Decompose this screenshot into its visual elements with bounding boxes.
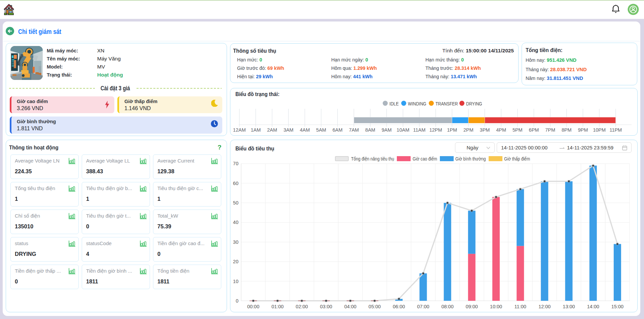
svg-text:9PM: 9PM xyxy=(578,127,588,133)
svg-text:1PM: 1PM xyxy=(447,127,457,133)
svg-text:70: 70 xyxy=(233,161,238,166)
svg-text:11:00: 11:00 xyxy=(515,304,526,309)
svg-text:5AM: 5AM xyxy=(316,127,326,133)
svg-text:7PM: 7PM xyxy=(545,127,555,133)
svg-text:50: 50 xyxy=(233,200,238,206)
svg-text:04:00: 04:00 xyxy=(344,304,356,309)
svg-text:5PM: 5PM xyxy=(513,127,523,133)
svg-text:14:00: 14:00 xyxy=(587,304,599,309)
svg-text:3AM: 3AM xyxy=(283,127,294,133)
svg-text:13:00: 13:00 xyxy=(563,304,575,309)
svg-text:20: 20 xyxy=(233,259,238,264)
svg-text:6AM: 6AM xyxy=(333,127,343,133)
svg-text:2AM: 2AM xyxy=(267,127,277,133)
svg-text:60: 60 xyxy=(233,181,238,186)
svg-text:03:00: 03:00 xyxy=(320,304,332,309)
svg-text:05:00: 05:00 xyxy=(369,304,381,309)
svg-text:08:00: 08:00 xyxy=(441,304,453,309)
svg-text:8AM: 8AM xyxy=(365,127,375,133)
svg-text:6PM: 6PM xyxy=(529,127,539,133)
svg-text:10PM: 10PM xyxy=(593,127,606,133)
svg-text:12:00: 12:00 xyxy=(538,304,551,309)
svg-text:40: 40 xyxy=(233,220,238,225)
svg-text:3PM: 3PM xyxy=(480,127,490,133)
svg-text:7AM: 7AM xyxy=(349,127,359,133)
svg-text:4AM: 4AM xyxy=(300,127,310,133)
svg-text:1AM: 1AM xyxy=(251,127,261,133)
svg-text:11PM: 11PM xyxy=(609,127,622,133)
svg-text:06:00: 06:00 xyxy=(393,304,405,309)
svg-text:10AM: 10AM xyxy=(396,127,409,133)
svg-text:9AM: 9AM xyxy=(382,127,392,133)
svg-text:8PM: 8PM xyxy=(562,127,572,133)
svg-text:15:00: 15:00 xyxy=(611,304,623,309)
svg-text:09:00: 09:00 xyxy=(466,304,478,309)
svg-text:12PM: 12PM xyxy=(429,127,442,133)
svg-text:30: 30 xyxy=(233,239,238,245)
svg-text:11AM: 11AM xyxy=(413,127,425,133)
svg-text:02:00: 02:00 xyxy=(296,304,308,309)
svg-text:0: 0 xyxy=(236,298,238,304)
svg-text:01:00: 01:00 xyxy=(271,304,283,309)
svg-text:10:00: 10:00 xyxy=(490,304,502,309)
svg-text:07:00: 07:00 xyxy=(417,304,429,309)
svg-text:00:00: 00:00 xyxy=(247,304,259,309)
svg-text:10: 10 xyxy=(233,279,238,284)
svg-text:12AM: 12AM xyxy=(233,127,246,133)
svg-text:4PM: 4PM xyxy=(496,127,506,133)
svg-text:2PM: 2PM xyxy=(463,127,473,133)
